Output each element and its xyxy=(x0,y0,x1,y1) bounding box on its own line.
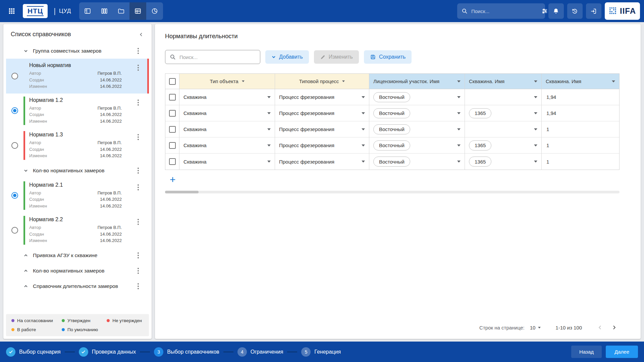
tree-item-normative-2-1[interactable]: Норматив 2.1 АвторПетров В.П. Создан14.0… xyxy=(6,178,149,213)
export-icon[interactable] xyxy=(586,3,601,19)
edit-button[interactable]: Изменить xyxy=(314,50,359,64)
process-select[interactable]: Процесс фрезерования xyxy=(275,89,369,105)
filter-sliders-icon[interactable] xyxy=(541,8,548,14)
tree-item-normative-2-2[interactable]: Норматив 2.2 АвторПетров В.П. Создан14.0… xyxy=(6,213,149,248)
process-select[interactable]: Процесс фрезерования xyxy=(275,154,369,170)
kebab-menu-icon[interactable] xyxy=(136,251,140,260)
tree-group-normative-measure-count-2[interactable]: Кол-во нормативных замеров xyxy=(6,263,149,279)
row-checkbox[interactable] xyxy=(169,142,176,149)
folder-icon[interactable] xyxy=(113,2,129,20)
view-table-icon[interactable] xyxy=(129,2,146,20)
process-select[interactable]: Процесс фрезерования xyxy=(275,137,369,154)
radio-button[interactable] xyxy=(11,142,18,149)
chevron-up-icon[interactable] xyxy=(23,284,28,289)
process-select[interactable]: Процесс фрезерования xyxy=(275,121,369,137)
view-sidebar-icon[interactable] xyxy=(79,2,96,20)
previous-page-button[interactable] xyxy=(595,322,605,333)
sort-arrow-icon[interactable] xyxy=(342,80,345,82)
horizontal-scrollbar[interactable] xyxy=(165,191,620,193)
select-all-checkbox[interactable] xyxy=(169,78,176,85)
rows-per-page-select[interactable]: 10 xyxy=(530,325,541,330)
donut-chart-icon[interactable] xyxy=(146,2,163,20)
history-icon[interactable] xyxy=(567,3,583,19)
row-checkbox[interactable] xyxy=(169,94,176,101)
step-scenario[interactable]: Выбор сценария xyxy=(6,347,61,357)
apps-grid-icon[interactable] xyxy=(4,3,19,19)
brand-logo[interactable]: НТЦ xyxy=(23,4,48,18)
row-checkbox[interactable] xyxy=(169,110,176,117)
step-references[interactable]: 3 Выбор справочников xyxy=(154,347,219,357)
license-chip[interactable]: Восточный xyxy=(373,108,410,118)
well-select[interactable]: 1365 xyxy=(465,154,542,170)
kebab-menu-icon[interactable] xyxy=(136,266,140,275)
kebab-menu-icon[interactable] xyxy=(136,133,140,141)
column-header-well2[interactable]: Скважина. Имя xyxy=(542,74,619,89)
license-select[interactable]: Восточный xyxy=(369,121,465,137)
next-page-button[interactable] xyxy=(609,322,620,333)
tree-item-normative-1-3[interactable]: Норматив 1.3 АвторПетров В.П. Создан14.0… xyxy=(6,128,149,163)
table-search-input[interactable] xyxy=(179,54,256,60)
column-header-well[interactable]: Скважина. Имя xyxy=(465,74,542,89)
add-row-button[interactable]: + xyxy=(166,174,180,185)
tree-group-agzu-binding[interactable]: Привязка АГЗУ к скважине xyxy=(6,248,149,263)
column-header-type[interactable]: Тип объекта xyxy=(179,74,275,89)
well-select[interactable]: 1365 xyxy=(465,105,542,121)
column-header-process[interactable]: Типовой процесс xyxy=(275,74,369,89)
tree-group-duration-reference[interactable]: Справочник длительности замеров xyxy=(6,279,149,294)
chevron-up-icon[interactable] xyxy=(23,253,28,258)
chevron-down-icon[interactable] xyxy=(23,49,28,53)
license-chip[interactable]: Восточный xyxy=(373,140,410,150)
radio-button[interactable] xyxy=(11,227,18,234)
save-button[interactable]: Сохранить xyxy=(364,50,412,64)
view-columns-icon[interactable] xyxy=(96,2,113,20)
row-checkbox[interactable] xyxy=(169,126,176,133)
step-data-check[interactable]: Проверка данных xyxy=(79,347,136,357)
tree-group-normative-measure-count[interactable]: Кол-во нормативных замеров xyxy=(6,163,149,178)
license-chip[interactable]: Восточный xyxy=(373,124,410,134)
tree-item-normative-1-2[interactable]: Норматив 1.2 АвторПетров В.П. Создан14.0… xyxy=(6,94,149,128)
kebab-menu-icon[interactable] xyxy=(136,98,140,107)
license-select[interactable]: Восточный xyxy=(369,154,465,170)
kebab-menu-icon[interactable] xyxy=(136,63,140,72)
back-button[interactable]: Назад xyxy=(571,346,602,358)
step-restrictions[interactable]: 4 Ограничения xyxy=(237,347,283,357)
process-select[interactable]: Процесс фрезерования xyxy=(275,105,369,121)
well-chip[interactable]: 1365 xyxy=(469,140,491,150)
collapse-sidebar-icon[interactable] xyxy=(138,32,144,38)
kebab-menu-icon[interactable] xyxy=(136,166,140,175)
chevron-down-icon[interactable] xyxy=(612,80,615,82)
global-search-input[interactable] xyxy=(471,8,538,14)
well-select[interactable]: 1365 xyxy=(465,137,542,154)
radio-button[interactable] xyxy=(11,107,18,114)
tree-group-joint-measurements[interactable]: Группа совместных замеров xyxy=(6,43,149,59)
type-select[interactable]: Скважина xyxy=(179,105,275,121)
next-button[interactable]: Далее xyxy=(606,346,638,358)
row-checkbox[interactable] xyxy=(169,158,176,165)
well-select[interactable] xyxy=(465,121,542,137)
type-select[interactable]: Скважина xyxy=(179,121,275,137)
license-select[interactable]: Восточный xyxy=(369,105,465,121)
well-chip[interactable]: 1365 xyxy=(469,157,491,167)
chevron-up-icon[interactable] xyxy=(23,268,28,273)
kebab-menu-icon[interactable] xyxy=(136,282,140,291)
type-select[interactable]: Скважина xyxy=(179,137,275,154)
license-select[interactable]: Восточный xyxy=(369,137,465,154)
chevron-down-icon[interactable] xyxy=(534,80,537,82)
chevron-down-icon[interactable] xyxy=(457,80,461,82)
radio-button[interactable] xyxy=(11,192,18,199)
radio-button[interactable] xyxy=(11,73,18,79)
scrollbar-thumb[interactable] xyxy=(165,191,199,193)
type-select[interactable]: Скважина xyxy=(179,89,275,105)
step-generation[interactable]: 5 Генерация xyxy=(301,347,341,357)
chevron-down-icon[interactable] xyxy=(23,168,28,173)
bell-icon[interactable] xyxy=(548,3,564,19)
license-select[interactable]: Восточный xyxy=(369,89,465,105)
license-chip[interactable]: Восточный xyxy=(373,157,410,167)
add-button[interactable]: Добавить xyxy=(265,50,309,64)
well-select[interactable] xyxy=(465,89,542,105)
type-select[interactable]: Скважина xyxy=(179,154,275,170)
sort-arrow-icon[interactable] xyxy=(242,80,245,82)
license-chip[interactable]: Восточный xyxy=(373,92,410,102)
kebab-menu-icon[interactable] xyxy=(136,47,140,55)
kebab-menu-icon[interactable] xyxy=(136,183,140,192)
